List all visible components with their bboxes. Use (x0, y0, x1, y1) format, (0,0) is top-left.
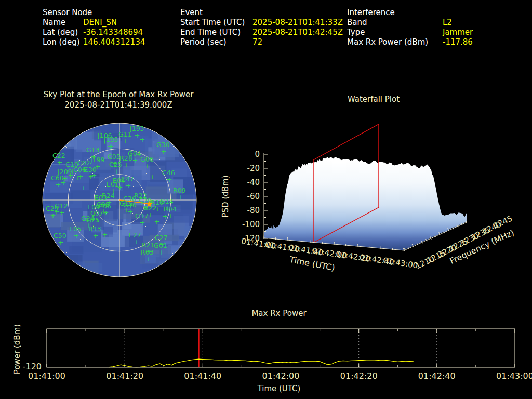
start-time-label: Start Time (UTC) (180, 18, 245, 27)
event-title: Event (180, 8, 245, 18)
satellite-marker: + (93, 232, 99, 240)
psd-tick-label: -100 (242, 220, 260, 229)
sensor-row-name: Name DENI_SN (43, 18, 92, 28)
interference-row-type: Type Jammer (347, 28, 428, 37)
band-value: L2 (443, 18, 452, 28)
power-time-tick-label: 01:41:40 (184, 371, 221, 381)
psd-tick-label: -80 (247, 206, 260, 215)
event-row-start: Start Time (UTC) 2025-08-21T01:41:33Z (180, 18, 245, 28)
satellite-marker: + (154, 218, 160, 225)
time-tick-label: 01:43:00 (382, 256, 418, 270)
period-label: Period (sec) (180, 37, 227, 47)
satellite-marker: + (148, 211, 154, 219)
satellite-marker: + (91, 171, 97, 179)
sensor-dashboard: Sensor Node Name DENI_SN Lat (deg) -36.1… (0, 0, 532, 399)
sky-plot-title-line2: 2025-08-21T01:41:39.000Z (30, 100, 207, 110)
end-time-value: 2025-08-21T01:42:45Z (252, 28, 343, 37)
lon-label: Lon (deg) (43, 37, 80, 47)
band-label: Band (347, 18, 367, 27)
satellite-marker: + (114, 167, 119, 175)
psd-tick-label: -20 (247, 164, 260, 173)
max-rx-power-label: Max Rx Power (dBm) (347, 37, 428, 47)
interference-panel: Interference Band L2 Type Jammer Max Rx … (347, 8, 428, 47)
event-panel: Event Start Time (UTC) 2025-08-21T01:41:… (180, 8, 245, 47)
satellite-marker: + (145, 255, 151, 263)
max-rx-power-value: -117.86 (443, 37, 473, 47)
power-trace (109, 359, 414, 367)
satellite-marker: + (103, 209, 109, 217)
satellite-marker: + (163, 212, 168, 220)
power-y-axis-label: Power (dBm) (12, 324, 22, 374)
lon-value: 146.404312134 (83, 37, 145, 47)
power-time-tick-label: 01:43:00 (496, 371, 532, 381)
event-row-period: Period (sec) 72 (180, 37, 245, 47)
end-time-label: End Time (UTC) (180, 28, 241, 37)
satellite-marker: + (178, 193, 183, 201)
satellite-marker: + (54, 208, 60, 216)
sky-plot: J193+G11+J106+J195+G30+G13+C22+G04+R28+G… (31, 117, 208, 283)
waterfall-psd-axis-label: PSD (dBm) (221, 175, 230, 217)
satellite-marker: + (123, 137, 129, 145)
power-y-tick-label: -120 (23, 362, 42, 371)
sensor-row-lat: Lat (deg) -36.143348694 (43, 28, 92, 37)
period-value: 72 (252, 37, 262, 47)
interference-title: Interference (347, 8, 428, 18)
sensor-row-lon: Lon (deg) 146.404312134 (43, 37, 92, 47)
satellite-marker: + (128, 208, 134, 216)
satellite-marker: + (58, 238, 64, 246)
power-time-axis-label: Time (UTC) (257, 384, 301, 393)
type-value: Jammer (443, 28, 473, 37)
satellite-marker: + (134, 238, 139, 246)
satellite-marker: + (68, 171, 74, 179)
type-label: Type (347, 28, 365, 37)
satellite-marker: + (168, 212, 174, 220)
power-gridlines (125, 329, 437, 367)
satellite-marker: + (108, 142, 113, 150)
sky-plot-title: Sky Plot at the Epoch of Max Rx Power 20… (30, 89, 207, 110)
satellite-marker: + (81, 184, 86, 192)
power-plot: 01:41:0001:41:2001:41:4001:42:0001:42:20… (0, 305, 532, 399)
power-time-tick-label: 01:42:20 (340, 371, 378, 381)
satellite-marker: + (57, 158, 63, 166)
satellite-marker: + (132, 156, 138, 164)
satellite-marker: + (59, 209, 65, 217)
power-time-tick-label: 01:42:00 (262, 371, 300, 381)
waterfall-surface (264, 157, 467, 250)
sensor-node-panel: Sensor Node Name DENI_SN Lat (deg) -36.1… (43, 8, 92, 47)
power-time-tick-label: 01:42:40 (418, 371, 456, 381)
power-time-tick-label: 01:41:00 (28, 371, 65, 381)
satellite-marker: + (126, 182, 131, 190)
satellite-marker: + (140, 219, 145, 227)
power-time-tick-label: 01:41:20 (106, 371, 143, 381)
satellite-marker: + (150, 173, 156, 181)
name-value: DENI_SN (83, 18, 117, 28)
satellite-marker: + (74, 232, 79, 240)
lat-value: -36.143348694 (83, 28, 143, 37)
sensor-node-title: Sensor Node (43, 8, 92, 18)
satellite-marker: + (158, 248, 164, 256)
sky-plot-title-line1: Sky Plot at the Epoch of Max Rx Power (30, 89, 207, 100)
satellite-marker: + (102, 231, 108, 238)
power-x-ticks: 01:41:0001:41:2001:41:4001:42:0001:42:20… (28, 371, 532, 381)
interference-row-band: Band L2 (347, 18, 428, 28)
psd-tick-label: -40 (247, 178, 260, 187)
event-row-end: End Time (UTC) 2025-08-21T01:42:45Z (180, 28, 245, 37)
satellite-marker: + (140, 136, 145, 143)
satellite-marker: + (124, 161, 130, 169)
psd-tick-label: -60 (247, 192, 260, 201)
start-time-value: 2025-08-21T01:41:33Z (252, 18, 343, 28)
satellite-marker: + (161, 148, 167, 155)
waterfall-plot: 0-20-40-60-80-100-12001:41:0001:41:2001:… (221, 94, 532, 285)
name-label: Name (43, 18, 65, 27)
satellite-marker: + (61, 179, 66, 187)
satellite-marker: + (75, 174, 81, 182)
satellite-marker: + (145, 162, 151, 170)
psd-tick-label: 0 (255, 150, 260, 159)
satellite-marker: + (167, 176, 172, 183)
interference-row-maxrx: Max Rx Power (dBm) -117.86 (347, 37, 428, 47)
lat-label: Lat (deg) (43, 28, 78, 37)
